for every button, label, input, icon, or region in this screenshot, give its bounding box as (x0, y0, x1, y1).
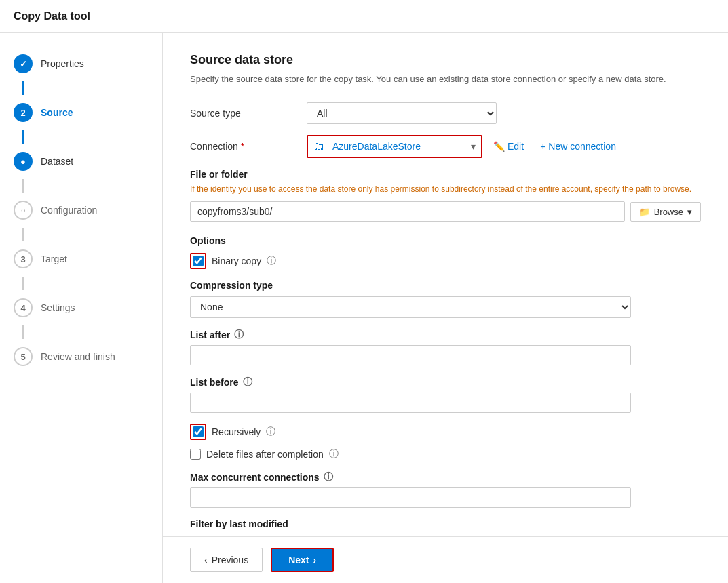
edit-icon: ✏️ (493, 141, 505, 152)
list-after-input[interactable] (190, 345, 631, 365)
delete-files-checkbox[interactable] (190, 449, 201, 460)
step-connector-1 (22, 81, 24, 95)
app-title: Copy Data tool (14, 10, 90, 22)
previous-button[interactable]: Previous (190, 548, 263, 572)
sidebar-item-review[interactable]: 5 Review and finish (0, 339, 162, 374)
file-folder-desc: If the identity you use to access the da… (190, 184, 701, 195)
recursively-label: Recursively (212, 426, 261, 437)
source-type-label: Source type (190, 108, 299, 119)
step-label-properties: Properties (41, 58, 84, 69)
delete-files-info-icon: ⓘ (329, 448, 339, 460)
max-connections-section: Max concurrent connections ⓘ (190, 471, 701, 508)
connection-controls: 🗂 AzureDataLakeStore ✏️ Edit + New conne… (307, 135, 621, 158)
new-connection-button[interactable]: + New connection (535, 137, 621, 156)
step-circle-review: 5 (14, 347, 33, 366)
step-label-review: Review and finish (41, 351, 115, 362)
section-title: Source data store (190, 53, 701, 67)
step-connector-6 (22, 325, 24, 339)
content-area: Source data store Specify the source dat… (163, 33, 728, 536)
list-before-label: List before (190, 377, 239, 388)
sidebar-item-settings[interactable]: 4 Settings (0, 290, 162, 325)
sidebar-item-dataset[interactable]: ● Dataset (0, 144, 162, 179)
connection-select[interactable]: AzureDataLakeStore (330, 137, 465, 156)
list-before-label-row: List before ⓘ (190, 376, 701, 388)
connection-row: Connection * 🗂 AzureDataLakeStore ✏️ Edi… (190, 135, 701, 158)
list-before-info-icon: ⓘ (243, 376, 252, 388)
binary-copy-info-icon: ⓘ (267, 255, 276, 267)
filter-title: Filter by last modified (190, 519, 701, 529)
step-label-settings: Settings (41, 302, 75, 313)
sidebar-item-properties[interactable]: ✓ Properties (0, 46, 162, 81)
step-circle-settings: 4 (14, 298, 33, 317)
required-star: * (241, 141, 244, 152)
step-connector-5 (22, 277, 24, 290)
recursively-checkbox[interactable] (193, 426, 204, 437)
connection-label: Connection * (190, 141, 299, 152)
step-circle-dataset: ● (14, 152, 33, 171)
recursively-wrapper (190, 424, 206, 440)
file-folder-input-row: 📁 Browse (190, 201, 701, 222)
list-after-label: List after (190, 329, 230, 340)
step-label-source: Source (41, 107, 73, 118)
step-circle-source: 2 (14, 103, 33, 122)
datastore-icon: 🗂 (308, 136, 330, 157)
options-title: Options (190, 235, 701, 246)
recursively-info-icon: ⓘ (266, 426, 275, 438)
step-label-configuration: Configuration (41, 205, 97, 216)
max-connections-label: Max concurrent connections (190, 472, 320, 483)
binary-copy-wrapper (190, 253, 206, 269)
list-before-input[interactable] (190, 393, 631, 413)
file-folder-title: File or folder (190, 169, 701, 180)
next-chevron-icon (313, 555, 317, 565)
connection-chevron-icon (465, 137, 481, 156)
list-after-section: List after ⓘ (190, 329, 701, 365)
source-type-row: Source type All Azure Blob Storage Azure… (190, 102, 701, 124)
previous-chevron-icon (204, 555, 208, 565)
step-circle-target: 3 (14, 249, 33, 268)
step-connector-4 (22, 228, 24, 241)
step-circle-properties: ✓ (14, 54, 33, 73)
list-after-label-row: List after ⓘ (190, 329, 701, 341)
connection-select-wrapper: 🗂 AzureDataLakeStore (307, 135, 482, 158)
compression-section: Compression type None GZip Deflate BZip2 (190, 280, 701, 318)
step-label-target: Target (41, 254, 67, 264)
list-after-info-icon: ⓘ (234, 329, 244, 341)
max-connections-info-icon: ⓘ (324, 471, 333, 483)
max-connections-label-row: Max concurrent connections ⓘ (190, 471, 701, 483)
sidebar: ✓ Properties 2 Source ● Dataset ○ Config… (0, 33, 163, 583)
binary-copy-label: Binary copy (212, 256, 261, 266)
step-circle-configuration: ○ (14, 201, 33, 220)
binary-copy-row: Binary copy ⓘ (190, 253, 701, 269)
compression-select[interactable]: None GZip Deflate BZip2 (190, 296, 631, 318)
file-folder-input[interactable] (190, 201, 625, 222)
filter-section: Filter by last modified Start time (UTC)… (190, 519, 701, 536)
max-connections-input[interactable] (190, 487, 631, 508)
compression-label: Compression type (190, 280, 701, 291)
step-connector-2 (22, 130, 24, 144)
binary-copy-checkbox[interactable] (193, 256, 204, 266)
main-container: ✓ Properties 2 Source ● Dataset ○ Config… (0, 33, 728, 583)
options-section: Options Binary copy ⓘ (190, 235, 701, 269)
app-header: Copy Data tool (0, 0, 728, 33)
recursively-row: Recursively ⓘ (190, 424, 701, 440)
step-label-dataset: Dataset (41, 156, 73, 167)
folder-icon: 📁 (639, 207, 650, 217)
section-desc: Specify the source data store for the co… (190, 73, 701, 86)
browse-button[interactable]: 📁 Browse (630, 202, 701, 222)
plus-icon: + (540, 141, 545, 152)
list-before-section: List before ⓘ (190, 376, 701, 413)
next-button[interactable]: Next (271, 548, 334, 572)
file-folder-section: File or folder If the identity you use t… (190, 169, 701, 222)
delete-files-row: Delete files after completion ⓘ (190, 448, 701, 460)
sidebar-item-target[interactable]: 3 Target (0, 241, 162, 277)
edit-button[interactable]: ✏️ Edit (488, 137, 529, 156)
browse-chevron-icon (687, 207, 692, 217)
sidebar-item-source[interactable]: 2 Source (0, 95, 162, 130)
delete-files-label: Delete files after completion (206, 449, 324, 460)
sidebar-item-configuration[interactable]: ○ Configuration (0, 193, 162, 228)
source-type-select[interactable]: All Azure Blob Storage Azure Data Lake S… (307, 102, 497, 124)
footer: Previous Next (163, 536, 728, 583)
step-connector-3 (22, 179, 24, 193)
